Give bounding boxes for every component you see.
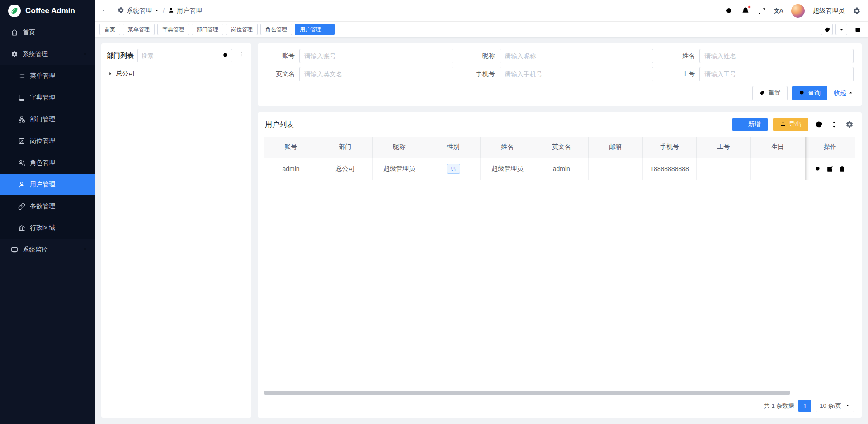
sidebar-item-menu-management[interactable]: 菜单管理 xyxy=(0,65,95,87)
tab-post-management[interactable]: 岗位管理 xyxy=(226,24,258,35)
edit-icon[interactable] xyxy=(827,166,833,172)
sidebar-item-label: 首页 xyxy=(23,29,35,37)
tree-item-head-office[interactable]: 总公司 xyxy=(107,70,246,78)
cell-dept: 总公司 xyxy=(318,158,373,180)
tab-dept-management[interactable]: 部门管理 xyxy=(192,24,223,35)
sidebar-item-label: 字典管理 xyxy=(30,94,55,102)
tree-item-label: 总公司 xyxy=(116,70,135,78)
sidebar-item-label: 菜单管理 xyxy=(30,72,55,80)
gear-icon xyxy=(11,51,18,58)
cell-gender: 男 xyxy=(426,158,481,180)
table-row: admin 总公司 超级管理员 男 超级管理员 admin 1888888888… xyxy=(264,158,855,180)
tab-label: 用户管理 xyxy=(300,26,321,33)
refresh-icon[interactable] xyxy=(821,24,833,35)
fullscreen-icon[interactable] xyxy=(758,7,766,15)
bank-icon xyxy=(18,224,25,232)
en-name-input[interactable] xyxy=(299,67,453,81)
reset-button[interactable]: 重置 xyxy=(752,86,788,100)
layout-icon[interactable] xyxy=(852,24,863,35)
user-list-header: 用户列表 新增 导出 xyxy=(264,118,855,131)
gear-icon[interactable] xyxy=(853,7,861,15)
chevron-down-icon xyxy=(845,403,850,410)
form-item-en-name: 英文名 xyxy=(266,67,453,81)
user-name[interactable]: 超级管理员 xyxy=(813,7,844,15)
user-list-title: 用户列表 xyxy=(265,120,294,129)
chevron-down-icon xyxy=(154,7,160,14)
nickname-input[interactable] xyxy=(500,49,654,63)
phone-input[interactable] xyxy=(500,67,654,81)
chevron-up-icon xyxy=(82,51,88,58)
user-table: 账号 部门 昵称 性别 姓名 英文名 邮箱 手机号 工号 生日 操作 xyxy=(264,137,855,180)
name-input[interactable] xyxy=(699,49,854,63)
column-header-phone: 手机号 xyxy=(642,137,697,158)
dots-vertical-icon xyxy=(238,52,245,60)
breadcrumb-label: 系统管理 xyxy=(127,7,152,15)
add-user-button-label: 新增 xyxy=(748,120,761,129)
tab-label: 岗位管理 xyxy=(231,26,253,33)
tab-dict-management[interactable]: 字典管理 xyxy=(157,24,189,35)
gender-tag: 男 xyxy=(447,164,460,174)
sidebar-item-label: 角色管理 xyxy=(30,159,55,167)
tab-role-management[interactable]: 角色管理 xyxy=(260,24,292,35)
column-header-en-name: 英文名 xyxy=(534,137,589,158)
sidebar-item-dept-management[interactable]: 部门管理 xyxy=(0,109,95,130)
view-icon[interactable] xyxy=(815,166,821,172)
monitor-icon xyxy=(11,246,18,253)
dept-search-input[interactable] xyxy=(137,49,219,62)
menu-fold-icon[interactable] xyxy=(101,6,110,15)
sidebar-item-label: 系统管理 xyxy=(23,50,48,58)
bell-icon[interactable] xyxy=(741,7,750,15)
sidebar-item-admin-region[interactable]: 行政区域 xyxy=(0,217,95,239)
home-icon xyxy=(11,29,18,36)
search-icon xyxy=(222,52,229,60)
close-icon[interactable] xyxy=(324,26,330,33)
dept-search-button[interactable] xyxy=(219,49,232,62)
collapse-link[interactable]: 收起 xyxy=(834,89,854,97)
chevron-down-icon xyxy=(82,246,88,253)
column-header-dept: 部门 xyxy=(318,137,373,158)
app-logo[interactable]: Coffee Admin xyxy=(0,0,95,22)
refresh-icon[interactable] xyxy=(814,119,824,129)
search-icon[interactable] xyxy=(725,7,733,15)
sidebar-item-post-management[interactable]: 岗位管理 xyxy=(0,130,95,152)
delete-icon[interactable] xyxy=(839,166,845,172)
chevron-down-icon[interactable] xyxy=(835,24,847,35)
translate-icon[interactable]: 文A xyxy=(774,8,783,14)
tab-menu-management[interactable]: 菜单管理 xyxy=(123,24,155,35)
breadcrumb: 系统管理 / 用户管理 xyxy=(118,7,202,15)
page-size-select[interactable]: 10 条/页 xyxy=(816,400,854,412)
dept-more-button[interactable] xyxy=(236,49,246,62)
sidebar-item-dict-management[interactable]: 字典管理 xyxy=(0,87,95,109)
export-button[interactable]: 导出 xyxy=(773,118,808,131)
sidebar-item-user-management[interactable]: 用户管理 xyxy=(0,174,95,195)
sidebar-item-system-management[interactable]: 系统管理 xyxy=(0,43,95,65)
breadcrumb-label: 用户管理 xyxy=(177,7,202,15)
sidebar-item-role-management[interactable]: 角色管理 xyxy=(0,152,95,174)
account-input[interactable] xyxy=(299,49,453,63)
breadcrumb-item-system[interactable]: 系统管理 xyxy=(118,7,160,15)
page-number-button[interactable]: 1 xyxy=(798,400,811,412)
sidebar-item-param-management[interactable]: 参数管理 xyxy=(0,195,95,217)
gear-icon[interactable] xyxy=(844,119,854,129)
tab-user-management[interactable]: 用户管理 xyxy=(295,24,335,35)
sidebar-item-system-monitor[interactable]: 系统监控 xyxy=(0,239,95,261)
notification-badge xyxy=(748,5,751,9)
avatar[interactable] xyxy=(791,4,805,18)
add-user-button[interactable]: 新增 xyxy=(732,118,768,131)
org-tree-icon xyxy=(18,116,25,123)
scrollbar-thumb[interactable] xyxy=(264,391,790,395)
users-icon xyxy=(18,159,25,167)
cell-phone: 18888888888 xyxy=(642,158,697,180)
query-button[interactable]: 查询 xyxy=(792,86,827,100)
account-label: 账号 xyxy=(266,52,299,60)
row-actions xyxy=(805,166,856,172)
sidebar-item-home[interactable]: 首页 xyxy=(0,22,95,43)
row-height-icon[interactable] xyxy=(829,119,839,129)
dept-search xyxy=(137,49,232,62)
caret-right-icon[interactable] xyxy=(108,71,113,76)
job-no-input[interactable] xyxy=(699,67,854,81)
form-item-nickname: 昵称 xyxy=(466,49,654,63)
sidebar-item-label: 参数管理 xyxy=(30,202,55,210)
work-area: 账号 昵称 姓名 英文名 xyxy=(258,43,862,418)
tab-home[interactable]: 首页 xyxy=(99,24,120,35)
